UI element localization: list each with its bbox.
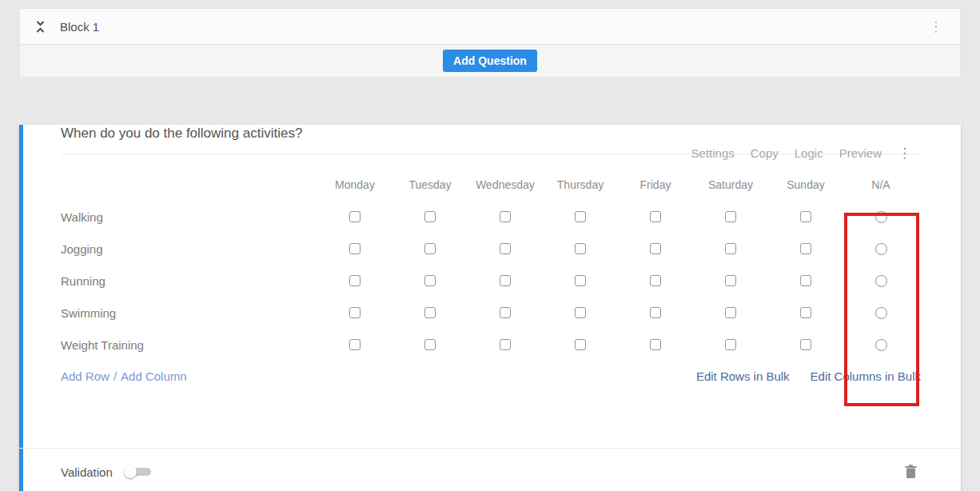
checkbox-running-saturday[interactable] — [725, 275, 736, 286]
add-row-link[interactable]: Add Row — [61, 369, 110, 383]
radio-walking-n-a[interactable] — [875, 211, 887, 223]
matrix-cell — [317, 339, 392, 350]
column-header-cell: N/A — [843, 178, 918, 191]
column-header-n-a[interactable]: N/A — [871, 178, 890, 191]
block-options-kebab-icon[interactable]: ⋮ — [929, 20, 942, 34]
delete-question-trash-icon[interactable] — [905, 465, 917, 479]
column-header-tuesday[interactable]: Tuesday — [408, 178, 451, 191]
collapse-block-icon[interactable] — [35, 19, 46, 34]
checkbox-walking-saturday[interactable] — [725, 211, 736, 222]
matrix-cell — [543, 275, 618, 286]
checkbox-weight-training-saturday[interactable] — [725, 339, 736, 350]
toolbar-copy[interactable]: Copy — [751, 146, 779, 160]
checkbox-swimming-thursday[interactable] — [575, 307, 586, 318]
matrix-cell — [693, 211, 768, 222]
matrix-cell — [768, 243, 843, 254]
checkbox-walking-sunday[interactable] — [800, 211, 811, 222]
add-column-link[interactable]: Add Column — [121, 369, 187, 383]
edit-columns-in-bulk-link[interactable]: Edit Columns in Bulk — [811, 369, 921, 383]
matrix-cell — [468, 275, 543, 286]
checkbox-running-sunday[interactable] — [800, 275, 811, 286]
matrix-row-running: Running — [61, 265, 961, 297]
matrix-cell — [843, 211, 918, 223]
column-header-wednesday[interactable]: Wednesday — [476, 178, 535, 191]
checkbox-weight-training-friday[interactable] — [650, 339, 661, 350]
row-label-running[interactable]: Running — [61, 274, 317, 288]
radio-swimming-n-a[interactable] — [875, 307, 887, 319]
matrix-cell — [618, 275, 693, 286]
checkbox-running-thursday[interactable] — [575, 275, 586, 286]
matrix-cell — [618, 243, 693, 254]
radio-running-n-a[interactable] — [875, 275, 887, 287]
checkbox-jogging-thursday[interactable] — [575, 243, 586, 254]
matrix-cell — [317, 275, 392, 286]
checkbox-jogging-friday[interactable] — [650, 243, 661, 254]
row-label-weight-training[interactable]: Weight Training — [61, 338, 317, 352]
toolbar-preview[interactable]: Preview — [839, 146, 882, 160]
matrix-cell — [618, 211, 693, 222]
matrix-body: WalkingJoggingRunningSwimmingWeight Trai… — [61, 201, 961, 361]
checkbox-walking-thursday[interactable] — [575, 211, 586, 222]
checkbox-running-friday[interactable] — [650, 275, 661, 286]
matrix-cell — [543, 211, 618, 222]
checkbox-walking-monday[interactable] — [349, 211, 361, 222]
checkbox-swimming-tuesday[interactable] — [424, 307, 436, 318]
checkbox-walking-tuesday[interactable] — [424, 211, 436, 222]
checkbox-jogging-sunday[interactable] — [800, 243, 811, 254]
toolbar-logic[interactable]: Logic — [795, 146, 823, 160]
checkbox-running-monday[interactable] — [349, 275, 361, 286]
column-header-cell: Monday — [317, 178, 392, 191]
column-header-cell: Wednesday — [468, 178, 543, 191]
column-header-cell: Thursday — [543, 178, 618, 191]
checkbox-swimming-friday[interactable] — [650, 307, 661, 318]
column-header-sunday[interactable]: Sunday — [787, 178, 824, 191]
row-label-jogging[interactable]: Jogging — [61, 242, 317, 256]
column-header-cell: Friday — [618, 178, 693, 191]
checkbox-running-tuesday[interactable] — [424, 275, 436, 286]
radio-weight-training-n-a[interactable] — [875, 339, 887, 351]
checkbox-jogging-tuesday[interactable] — [424, 243, 436, 254]
add-question-button-top[interactable]: Add Question — [443, 50, 537, 72]
column-header-saturday[interactable]: Saturday — [708, 178, 753, 191]
column-header-cell: Saturday — [693, 178, 768, 191]
validation-control: Validation — [61, 465, 151, 479]
matrix-cell — [392, 211, 468, 222]
checkbox-running-wednesday[interactable] — [500, 275, 511, 286]
checkbox-jogging-monday[interactable] — [349, 243, 361, 254]
block-title[interactable]: Block 1 — [60, 20, 99, 34]
question-options-kebab-icon[interactable]: ⋮ — [898, 146, 911, 160]
matrix-cell — [392, 339, 468, 350]
toolbar-settings[interactable]: Settings — [691, 146, 735, 160]
question-toolbar-items: SettingsCopyLogicPreview — [691, 146, 882, 160]
matrix-cell — [317, 307, 392, 318]
checkbox-walking-friday[interactable] — [650, 211, 661, 222]
checkbox-swimming-monday[interactable] — [349, 307, 361, 318]
checkbox-weight-training-monday[interactable] — [349, 339, 361, 350]
checkbox-weight-training-sunday[interactable] — [800, 339, 811, 350]
matrix-cell — [392, 243, 468, 254]
validation-bar: Validation — [19, 448, 961, 491]
row-label-walking[interactable]: Walking — [61, 210, 317, 224]
column-header-monday[interactable]: Monday — [335, 178, 375, 191]
checkbox-swimming-sunday[interactable] — [800, 307, 811, 318]
matrix-cell — [693, 243, 768, 254]
matrix-row-jogging: Jogging — [61, 233, 961, 265]
validation-toggle[interactable] — [124, 465, 151, 478]
column-header-cell: Tuesday — [392, 178, 468, 191]
matrix-cell — [768, 339, 843, 350]
column-header-friday[interactable]: Friday — [640, 178, 671, 191]
matrix-cell — [468, 211, 543, 222]
checkbox-swimming-saturday[interactable] — [725, 307, 736, 318]
column-header-thursday[interactable]: Thursday — [557, 178, 604, 191]
checkbox-jogging-wednesday[interactable] — [500, 243, 511, 254]
checkbox-weight-training-tuesday[interactable] — [424, 339, 436, 350]
block-header: Block 1 ⋮ — [19, 8, 961, 45]
checkbox-walking-wednesday[interactable] — [500, 211, 511, 222]
checkbox-jogging-saturday[interactable] — [725, 243, 736, 254]
row-label-swimming[interactable]: Swimming — [61, 306, 317, 320]
checkbox-weight-training-wednesday[interactable] — [500, 339, 511, 350]
edit-rows-in-bulk-link[interactable]: Edit Rows in Bulk — [696, 369, 790, 383]
checkbox-weight-training-thursday[interactable] — [575, 339, 586, 350]
checkbox-swimming-wednesday[interactable] — [500, 307, 511, 318]
radio-jogging-n-a[interactable] — [875, 243, 887, 255]
